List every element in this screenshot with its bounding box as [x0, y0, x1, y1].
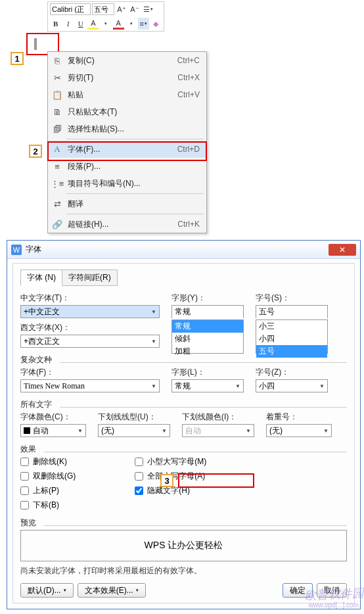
tab-spacing[interactable]: 字符间距(R): [62, 270, 118, 286]
cn-font-select[interactable]: +中文正文▼: [20, 305, 160, 318]
menu-cut[interactable]: ✂剪切(T)Ctrl+X: [48, 69, 206, 86]
highlight-hidden-checkbox: [178, 473, 254, 488]
complex-size-select[interactable]: 小四▼: [256, 379, 328, 392]
list-item[interactable]: 五号: [256, 345, 327, 358]
strike-checkbox[interactable]: 删除线(K): [20, 456, 76, 467]
dialog-title: 字体: [26, 244, 41, 255]
list-item[interactable]: 倾斜: [172, 333, 243, 345]
bold-button[interactable]: B: [50, 18, 61, 30]
bullets-icon: ⋮≡: [52, 178, 62, 189]
copy-icon: ⎘: [52, 55, 62, 66]
complex-size-label: 字号(Z)：: [256, 367, 328, 378]
style-listbox[interactable]: 常规 倾斜 加粗: [171, 319, 244, 354]
formatting-toolbar: A⁺ A⁻ ☰▾ B I U A ▾ A ▾ ≡▾ ◆: [47, 1, 164, 32]
menu-separator: [66, 193, 204, 194]
list-item[interactable]: 小四: [256, 333, 327, 345]
size-listbox[interactable]: 小三 小四 五号: [256, 319, 328, 354]
subscript-checkbox[interactable]: 下标(B): [20, 500, 76, 511]
highlight-font-menu: [47, 141, 207, 161]
watermark-url: www.opd[...].com: [309, 602, 359, 609]
underline-label: 下划线线型(U)：: [98, 412, 170, 423]
color-label: 字体颜色(C)：: [20, 412, 86, 423]
align-button[interactable]: ≡▾: [138, 18, 149, 30]
font-color-button[interactable]: A: [113, 18, 124, 30]
complex-style-select[interactable]: 常规▼: [171, 379, 244, 392]
style-input[interactable]: 常规: [171, 305, 244, 318]
font-family-input[interactable]: [50, 3, 91, 15]
list-item[interactable]: 小三: [256, 320, 327, 333]
menu-translate[interactable]: ⇄翻译: [48, 195, 206, 212]
clear-format-button[interactable]: ◆: [150, 18, 162, 30]
translate-icon: ⇄: [52, 199, 62, 209]
dialog-titlebar: W 字体 ✕: [7, 241, 360, 259]
paragraph-icon: ≡: [52, 161, 62, 172]
menu-hyperlink[interactable]: 🔗超链接(H)...Ctrl+K: [48, 216, 206, 233]
install-note: 尚未安装此字体，打印时将采用最相近的有效字体。: [20, 565, 347, 577]
color-select[interactable]: 自动▼: [20, 424, 86, 437]
font-size-input[interactable]: [92, 3, 114, 15]
emphasis-label: 着重号：: [266, 412, 332, 423]
west-font-select[interactable]: +西文正文▼: [20, 335, 160, 348]
paste-icon: 📋: [52, 89, 62, 100]
west-font-label: 西文字体(X)：: [20, 322, 160, 333]
style-label: 字形(Y)：: [171, 293, 244, 304]
hyperlink-icon: 🔗: [52, 219, 62, 229]
line-spacing-button[interactable]: ☰▾: [142, 3, 154, 15]
callout-3: 3: [160, 474, 173, 487]
menu-copy[interactable]: ⎘复制(C)Ctrl+C: [48, 52, 206, 69]
preview-box: WPS 让办公更轻松: [20, 530, 347, 561]
size-label: 字号(S)：: [256, 293, 328, 304]
highlight-dd[interactable]: ▾: [100, 18, 111, 30]
effects-section: 效果: [20, 444, 347, 455]
menu-separator: [66, 139, 204, 139]
menu-paste-text[interactable]: 🗎只粘贴文本(T): [48, 103, 206, 120]
font-dialog: W 字体 ✕ 字体 (N) 字符间距(R) 中文字体(T)： +中文正文▼ 字形…: [7, 240, 361, 609]
dialog-tabs: 字体 (N) 字符间距(R): [20, 270, 347, 286]
smallcaps-checkbox[interactable]: 小型大写字母(M): [135, 456, 206, 467]
preview-section: 预览: [20, 517, 347, 529]
increase-font-button[interactable]: A⁺: [116, 3, 127, 15]
italic-button[interactable]: I: [62, 18, 74, 30]
tab-font[interactable]: 字体 (N): [20, 270, 62, 286]
highlight-button[interactable]: A: [87, 18, 99, 30]
menu-bullets[interactable]: ⋮≡项目符号和编号(N)...: [48, 175, 206, 192]
list-item[interactable]: 加粗: [172, 345, 243, 358]
complex-style-label: 字形(L)：: [171, 367, 244, 378]
font-color-dd[interactable]: ▾: [125, 18, 137, 30]
default-button[interactable]: 默认(D)...▾: [20, 583, 74, 598]
ul-color-label: 下划线颜色(I)：: [182, 412, 254, 423]
ul-color-select: 自动▼: [182, 424, 254, 437]
app-icon: W: [11, 245, 22, 255]
paste-special-icon: 🗐: [52, 124, 62, 134]
underline-select[interactable]: (无)▼: [98, 424, 170, 437]
cn-font-label: 中文字体(T)：: [20, 293, 160, 304]
complex-font-select[interactable]: Times New Roman▼: [20, 379, 160, 392]
superscript-checkbox[interactable]: 上标(P): [20, 485, 76, 496]
text-effect-button[interactable]: 文本效果(E)...▾: [78, 583, 146, 598]
dbl-strike-checkbox[interactable]: 双删除线(G): [20, 471, 76, 482]
alltext-section: 所有文字: [20, 399, 347, 410]
emphasis-select[interactable]: (无)▼: [266, 424, 332, 437]
list-item[interactable]: 常规: [172, 320, 243, 333]
menu-paste[interactable]: 📋粘贴Ctrl+V: [48, 86, 206, 103]
cut-icon: ✂: [52, 72, 62, 83]
size-input[interactable]: 五号: [256, 305, 328, 318]
decrease-font-button[interactable]: A⁻: [129, 3, 141, 15]
menu-separator: [66, 214, 204, 214]
callout-1: 1: [11, 52, 24, 65]
underline-button[interactable]: U: [75, 18, 86, 30]
paste-text-icon: 🗎: [52, 106, 62, 117]
complex-font-label: 字体(F)：: [20, 367, 160, 378]
menu-paste-special[interactable]: 🗐选择性粘贴(S)...: [48, 120, 206, 137]
callout-2: 2: [29, 145, 42, 158]
close-button[interactable]: ✕: [329, 244, 356, 256]
